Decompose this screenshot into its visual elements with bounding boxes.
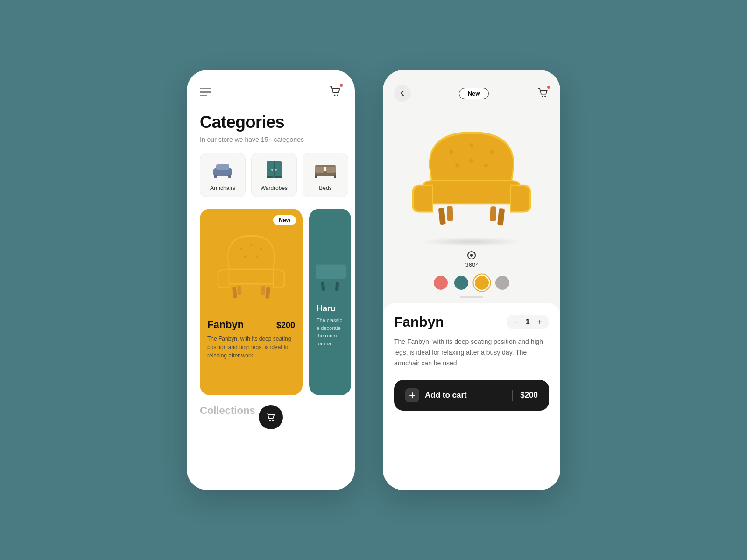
svg-rect-27 — [237, 286, 241, 295]
svg-point-33 — [542, 96, 543, 97]
add-to-cart-button[interactable]: Add to cart $200 — [394, 380, 549, 411]
color-swatches — [434, 276, 509, 290]
svg-rect-29 — [321, 282, 325, 291]
svg-point-11 — [275, 169, 277, 171]
product-image-teal — [309, 209, 351, 302]
armchairs-label: Armchairs — [210, 185, 235, 191]
right-product-image-area: 360° — [383, 102, 560, 303]
qty-minus-button[interactable]: − — [513, 317, 519, 327]
svg-point-39 — [470, 159, 474, 163]
svg-rect-41 — [438, 208, 446, 225]
left-phone: Categories In our store we have 15+ cate… — [187, 70, 355, 490]
category-armchairs[interactable]: Armchairs — [200, 153, 246, 197]
right-product-detail: Fanbyn − 1 + The Fanbyn, with its deep s… — [383, 303, 560, 490]
right-cart-button[interactable] — [537, 87, 549, 100]
svg-point-37 — [490, 150, 494, 154]
new-tag: New — [459, 88, 489, 99]
svg-rect-42 — [497, 208, 505, 226]
menu-button[interactable] — [200, 88, 211, 97]
svg-point-21 — [250, 244, 252, 246]
product-name: Fanbyn — [207, 319, 244, 331]
svg-rect-26 — [265, 287, 270, 298]
wardrobes-label: Wardrobes — [261, 185, 288, 191]
svg-rect-19 — [334, 175, 336, 178]
right-product-desc: The Fanbyn, with its deep seating positi… — [394, 336, 549, 369]
left-header — [187, 70, 355, 99]
bed-icon — [313, 160, 338, 180]
svg-rect-6 — [213, 169, 217, 175]
svg-point-0 — [334, 95, 336, 96]
swatch-yellow[interactable] — [475, 276, 489, 290]
svg-point-20 — [240, 247, 242, 250]
product-info-teal: Haru The classic a decorate the room for… — [309, 302, 351, 353]
360-label: 360° — [465, 261, 478, 268]
atc-label: Add to cart — [425, 391, 467, 400]
svg-rect-18 — [315, 175, 317, 178]
svg-rect-13 — [275, 176, 282, 178]
title-section: Categories In our store we have 15+ cate… — [187, 99, 355, 143]
svg-rect-16 — [326, 166, 336, 173]
svg-rect-28 — [261, 286, 265, 295]
page-title: Categories — [200, 112, 342, 132]
beds-label: Beds — [319, 185, 331, 191]
chair-shadow — [420, 237, 523, 246]
svg-point-32 — [272, 420, 274, 421]
back-button[interactable] — [394, 85, 411, 102]
page-subtitle: In our store we have 15+ categories — [200, 136, 342, 143]
svg-point-23 — [244, 255, 247, 258]
svg-point-1 — [337, 95, 338, 96]
product-card-fanbyn[interactable]: New — [200, 209, 303, 395]
name-qty-row: Fanbyn − 1 + — [394, 314, 549, 330]
cart-badge — [339, 83, 344, 88]
category-wardrobes[interactable]: Wardrobes — [251, 153, 297, 197]
svg-rect-43 — [447, 206, 453, 221]
product-badge-new: New — [273, 215, 296, 225]
svg-point-31 — [269, 420, 271, 421]
cart-fab[interactable] — [259, 405, 283, 429]
product-name-price: Fanbyn $200 — [207, 319, 295, 331]
svg-point-36 — [470, 143, 473, 147]
svg-point-40 — [484, 163, 488, 167]
categories-row: Armchairs Wardrobes — [187, 143, 355, 197]
quantity-control: − 1 + — [507, 315, 549, 329]
atc-divider — [512, 390, 513, 401]
cart-button[interactable] — [329, 85, 342, 99]
svg-point-24 — [256, 255, 258, 258]
right-header: New — [383, 70, 560, 102]
svg-point-38 — [455, 163, 459, 167]
product-card-haru[interactable]: Haru The classic a decorate the room for… — [309, 209, 351, 395]
product-info-yellow: Fanbyn $200 The Fanbyn, with its deep se… — [200, 311, 303, 365]
armchair-icon — [210, 160, 235, 180]
atc-plus-icon — [405, 388, 419, 402]
atc-left: Add to cart — [405, 388, 505, 402]
haru-name: Haru — [317, 304, 344, 314]
right-chair-container — [402, 116, 542, 246]
svg-point-34 — [544, 96, 546, 97]
svg-rect-30 — [335, 282, 339, 291]
swatch-coral[interactable] — [434, 276, 448, 290]
right-cart-badge — [546, 85, 551, 90]
svg-rect-17 — [315, 165, 336, 167]
svg-rect-3 — [216, 164, 229, 170]
svg-rect-44 — [490, 206, 496, 221]
products-row: New — [187, 197, 355, 395]
haru-desc: The classic a decorate the room for ma — [317, 316, 344, 347]
svg-rect-7 — [228, 169, 232, 175]
scroll-indicator — [460, 296, 483, 298]
qty-plus-button[interactable]: + — [537, 317, 543, 327]
view-360[interactable]: 360° — [465, 251, 478, 268]
swatch-teal[interactable] — [454, 276, 468, 290]
category-beds[interactable]: Beds — [303, 153, 348, 197]
svg-point-10 — [271, 169, 273, 171]
right-phone: New — [383, 70, 560, 490]
svg-rect-12 — [267, 176, 273, 178]
product-description: The Fanbyn, with its deep seating positi… — [207, 335, 295, 360]
wardrobe-icon — [261, 160, 287, 180]
svg-point-22 — [260, 247, 262, 250]
svg-rect-25 — [232, 287, 237, 298]
svg-rect-15 — [315, 166, 324, 173]
atc-price: $200 — [520, 391, 538, 400]
product-price: $200 — [276, 321, 295, 330]
swatch-gray[interactable] — [495, 276, 509, 290]
qty-value: 1 — [524, 318, 531, 326]
